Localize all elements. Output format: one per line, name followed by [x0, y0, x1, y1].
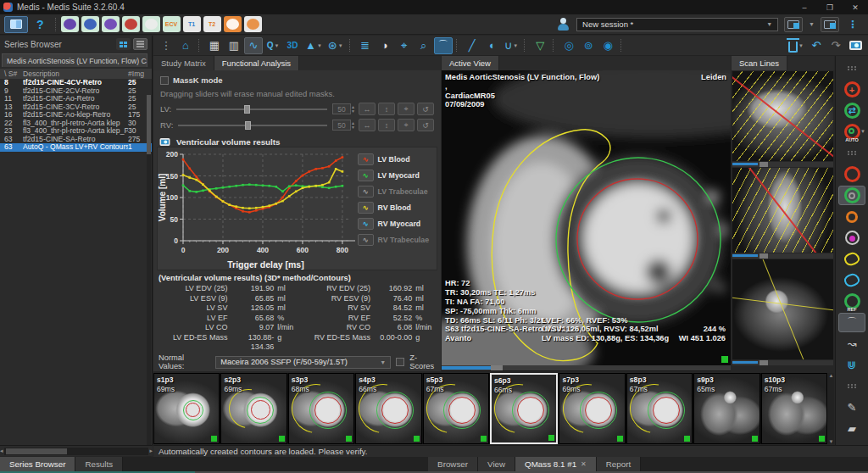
study-matrix-view-button[interactable]: ▦: [205, 37, 224, 54]
scan-thumb-sa[interactable]: [732, 259, 833, 359]
verify-shield-button[interactable]: ▽: [531, 37, 549, 54]
curve-edit-button[interactable]: ⌒: [838, 313, 865, 332]
snapshot-results-button[interactable]: [160, 138, 170, 146]
bottom-tab-qmass-8-1-1[interactable]: QMass 8.1 #1✕: [515, 457, 597, 471]
rv-mask-button-3[interactable]: ↺: [417, 119, 434, 131]
lv-endo-button[interactable]: [838, 164, 865, 184]
bottom-tab-browser[interactable]: Browser: [428, 457, 478, 471]
draw-contour-button[interactable]: ◖: [482, 37, 501, 54]
grid-contours-button[interactable]: ◉: [598, 37, 617, 54]
eraser-button[interactable]: ▰: [838, 419, 865, 438]
lv-mask-button-3[interactable]: ↺: [417, 103, 434, 115]
lv-mask-button-1[interactable]: ↕: [378, 103, 395, 115]
volume-render-button[interactable]: ▲▼: [303, 37, 325, 54]
maximize-button[interactable]: ❐: [817, 0, 843, 14]
redo-button[interactable]: ↷: [826, 37, 845, 54]
pull-contour-button[interactable]: ∪▼: [502, 37, 520, 54]
mri-image[interactable]: Medis AorticStenosis (LV Function, Flow)…: [442, 70, 731, 365]
app-icon-module-1[interactable]: [61, 16, 79, 32]
swivel-contour-button[interactable]: ⇄: [838, 101, 865, 120]
film-thumb-s2p3[interactable]: s2p369ms: [220, 373, 287, 444]
legend-toggle-button[interactable]: ∿: [358, 234, 374, 246]
minimize-button[interactable]: –: [792, 0, 817, 14]
save-session-button[interactable]: [784, 17, 803, 32]
draw-line-button[interactable]: ╱: [463, 37, 481, 54]
scroll-down-icon[interactable]: ▼: [829, 439, 834, 444]
scan-lines-tab[interactable]: Scan Lines: [732, 56, 787, 70]
film-thumb-s10p3[interactable]: s10p367ms: [761, 373, 827, 444]
rv-slider[interactable]: [178, 125, 327, 126]
rv-blob-yellow-button[interactable]: [838, 249, 865, 269]
rv-blob-cyan-button[interactable]: [838, 270, 865, 290]
film-thumb-s5p3[interactable]: s5p367ms: [423, 373, 489, 444]
help-button[interactable]: ?: [31, 18, 50, 31]
filmstrip-view-button[interactable]: ▥: [225, 37, 243, 54]
rv-threshold-spinner[interactable]: 50▲▼: [332, 120, 355, 131]
film-thumb-s9p3[interactable]: s9p365ms: [693, 373, 760, 444]
contour-pull-button[interactable]: ⋓: [838, 355, 865, 375]
add-contour-button[interactable]: +: [838, 80, 865, 99]
study-tab[interactable]: Medis AorticStenosis (LV Function, Flow)…: [2, 53, 147, 67]
close-button[interactable]: ✕: [843, 0, 868, 14]
qflow-button[interactable]: Q▼: [264, 37, 282, 54]
lv-threshold-spinner[interactable]: 50▲▼: [332, 103, 355, 114]
app-icon-module-4[interactable]: [122, 16, 140, 32]
restore-session-button[interactable]: [821, 17, 839, 32]
lv-epi-button[interactable]: [838, 186, 865, 205]
scan-thumb-lvot[interactable]: [732, 168, 833, 253]
lv-mask-button-0[interactable]: ↔: [359, 103, 376, 115]
app-icon-ecv[interactable]: ECV: [163, 16, 181, 32]
edit-curve-button[interactable]: ⌒: [434, 37, 453, 54]
massk-checkbox[interactable]: [160, 76, 169, 85]
snapshot-button[interactable]: [846, 37, 865, 54]
normal-values-select[interactable]: Maceira 2006 SSFP (F/50-59y/1.5T)▼: [215, 356, 391, 369]
film-thumb-s1p3[interactable]: s1p369ms: [153, 373, 220, 444]
tab-study-matrix[interactable]: Study Matrix: [153, 56, 214, 70]
rv-mask-button-2[interactable]: ⌖: [398, 119, 415, 131]
pencil-button[interactable]: ✎: [838, 398, 865, 417]
bottom-tab-view[interactable]: View: [478, 457, 515, 471]
legend-toggle-button[interactable]: ∿: [358, 186, 374, 198]
propagate-contours-button[interactable]: ⊚: [579, 37, 598, 54]
detect-contours-button[interactable]: ◎: [559, 37, 578, 54]
delete-contours-button[interactable]: ▼: [786, 37, 806, 54]
bottom-tab-series-browser[interactable]: Series Browser: [0, 457, 75, 471]
orientation-globe-button[interactable]: ⊛▼: [326, 37, 346, 54]
film-thumb-s8p3[interactable]: s8p367ms: [626, 373, 693, 444]
lv-slider[interactable]: [176, 109, 327, 110]
active-view-tab[interactable]: Active View: [442, 56, 499, 70]
phase-slider[interactable]: [442, 365, 731, 370]
film-thumb-s7p3[interactable]: s7p369ms: [559, 373, 625, 444]
threed-view-button[interactable]: 3D: [283, 37, 302, 54]
legend-toggle-button[interactable]: ∿: [358, 153, 374, 165]
bottom-tab-report[interactable]: Report: [597, 457, 641, 471]
close-tab-icon[interactable]: ✕: [581, 460, 587, 468]
volume-chart-plot[interactable]: 0501001502000200400600800Trigger delay […: [158, 147, 358, 270]
list-view-button[interactable]: [133, 38, 147, 50]
scroll-right-icon[interactable]: ▸: [149, 448, 153, 454]
series-horizontal-scrollbar[interactable]: ◂▸: [0, 445, 153, 456]
overflow-menu[interactable]: ⋮: [157, 37, 175, 54]
undo-button[interactable]: ↶: [807, 37, 826, 54]
film-thumb-s6p3[interactable]: s6p366ms: [490, 373, 558, 444]
scroll-left-icon[interactable]: ◂: [0, 448, 3, 454]
chevron-down-icon[interactable]: ▼: [809, 21, 815, 27]
layers-button[interactable]: ≣: [356, 37, 375, 54]
rv-mask-button-0[interactable]: ↔: [359, 119, 376, 131]
auto-contour-button[interactable]: AUTO▼: [838, 122, 865, 142]
rv-endo-ring-button[interactable]: [838, 207, 865, 226]
filmstrip-scrollbar[interactable]: ▲▼: [828, 373, 834, 444]
pan-button[interactable]: ⌖: [395, 37, 414, 54]
app-icon-module-3[interactable]: [102, 16, 120, 32]
ref-button[interactable]: REF: [838, 292, 865, 311]
magnify-button[interactable]: ⌕: [415, 37, 433, 54]
reset-view-button[interactable]: ⌂: [176, 37, 195, 54]
graph-view-button[interactable]: ∿: [244, 37, 263, 54]
window-level-button[interactable]: ◑: [376, 37, 394, 54]
tab-functional-analysis[interactable]: Functional Analysis: [214, 56, 299, 70]
zscores-checkbox[interactable]: [396, 358, 404, 366]
session-select[interactable]: New session *▼: [576, 18, 778, 31]
app-icon-module-2[interactable]: [81, 16, 99, 32]
app-icon-t2[interactable]: T2: [203, 16, 221, 32]
legend-toggle-button[interactable]: ∿: [358, 202, 374, 214]
